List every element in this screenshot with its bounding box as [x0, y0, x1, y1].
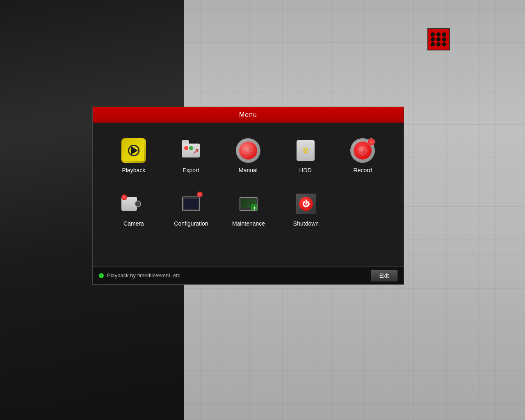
brand-dot: [442, 37, 446, 41]
configuration-icon: [179, 192, 203, 216]
manual-red-circle: ☜: [239, 142, 257, 160]
manual-icon: ☜: [236, 138, 260, 163]
hdd-label: HDD: [299, 167, 311, 173]
brand-dot: [436, 42, 441, 46]
export-dot-red: [184, 146, 188, 150]
manual-label: Manual: [239, 167, 258, 173]
shutdown-icon: ⏻: [294, 192, 318, 216]
status-indicator: [99, 273, 104, 278]
menu-item-camera[interactable]: Camera: [105, 184, 162, 233]
export-icon: ↗: [179, 139, 202, 162]
export-icon-container: ↗: [178, 137, 204, 164]
playback-icon: [121, 138, 146, 163]
config-screen: [184, 199, 199, 209]
record-dot: [358, 146, 367, 155]
camera-lens: [135, 201, 141, 207]
exit-button[interactable]: Exit: [371, 270, 397, 281]
menu-item-maintenance[interactable]: + Maintenance: [220, 184, 277, 233]
status-message: Playback by time/file/event, etc.: [107, 272, 182, 278]
export-folder: ↗: [182, 144, 200, 158]
menu-row-1: Playback ↗ Export: [97, 131, 399, 180]
menu-row-2: Camera Configuration: [97, 184, 399, 233]
playback-icon-container: [121, 137, 147, 164]
hdd-icon: ☢: [293, 138, 318, 163]
record-icon-container: [349, 137, 376, 164]
camera-body: [121, 197, 137, 211]
camera-badge: [121, 194, 127, 200]
playback-label: Playback: [122, 167, 145, 173]
menu-item-hdd[interactable]: ☢ HDD: [277, 131, 334, 180]
menu-item-record[interactable]: Record: [334, 131, 391, 180]
shutdown-icon-container: ⏻: [293, 191, 319, 217]
brand-dot: [442, 32, 446, 37]
statusbar: Playback by time/file/event, etc. Exit: [93, 266, 404, 284]
maintenance-label: Maintenance: [232, 220, 265, 227]
maintenance-icon: +: [236, 194, 261, 214]
brand-dot: [442, 42, 446, 46]
record-badge: [368, 138, 375, 146]
camera-label: Camera: [123, 220, 144, 227]
record-label: Record: [354, 167, 372, 173]
brand-dot: [436, 37, 441, 41]
menu-item-manual[interactable]: ☜ Manual: [219, 131, 277, 180]
manual-icon-container: ☜: [235, 137, 261, 164]
config-badge: [197, 192, 203, 197]
brand-dots: [431, 32, 447, 46]
menu-title: Menu: [239, 111, 257, 119]
camera-icon-container: [121, 191, 147, 217]
maint-monitor: +: [240, 197, 258, 211]
brand-dot: [431, 42, 435, 46]
menu-content: Playback ↗ Export: [93, 123, 404, 266]
menu-titlebar: Menu: [93, 107, 404, 123]
menu-item-playback[interactable]: Playback: [105, 131, 162, 180]
menu-item-export[interactable]: ↗ Export: [162, 131, 220, 180]
brand-dot: [436, 32, 441, 37]
config-monitor: [182, 196, 200, 211]
plus-icon: +: [251, 204, 258, 211]
play-triangle: [131, 146, 138, 155]
record-icon: [350, 138, 375, 163]
camera-icon: [121, 194, 146, 214]
export-label: Export: [183, 167, 199, 173]
status-left: Playback by time/file/event, etc.: [99, 272, 182, 278]
brand-dot: [431, 37, 435, 41]
menu-item-shutdown[interactable]: ⏻ Shutdown: [277, 184, 335, 233]
export-dots: [184, 146, 193, 150]
configuration-icon-container: [178, 191, 204, 217]
maintenance-icon-container: +: [235, 191, 262, 217]
configuration-label: Configuration: [174, 220, 208, 227]
shutdown-label: Shutdown: [293, 220, 319, 227]
hand-icon: ☜: [243, 144, 253, 157]
hdd-icon-container: ☢: [292, 137, 319, 164]
hdd-body: ☢: [297, 140, 315, 161]
power-icon: ⏻: [302, 200, 310, 208]
export-arrow-icon: ↗: [193, 147, 199, 156]
brand-icon: [427, 28, 450, 50]
menu-item-configuration[interactable]: Configuration: [162, 184, 220, 233]
hazard-icon: ☢: [302, 146, 309, 155]
spacer: [97, 237, 399, 262]
brand-dot: [431, 32, 435, 37]
menu-dialog: Menu Playback: [92, 107, 404, 285]
shutdown-bg: ⏻: [296, 194, 316, 214]
shutdown-btn: ⏻: [299, 197, 313, 211]
